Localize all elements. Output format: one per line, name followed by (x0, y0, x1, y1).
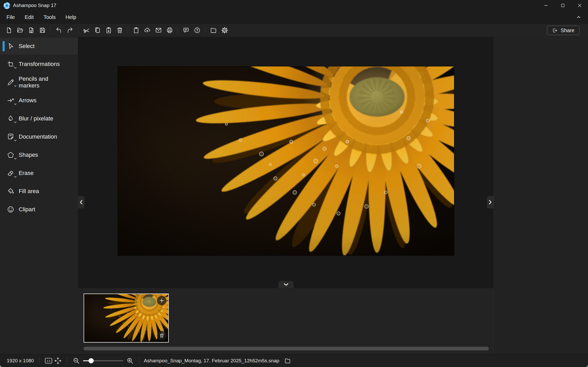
delete-icon[interactable] (114, 25, 125, 36)
save-icon[interactable] (37, 25, 48, 36)
help-icon[interactable] (192, 25, 202, 36)
open-icon[interactable] (15, 25, 25, 36)
sidebar-item-label: Shapes (19, 152, 38, 158)
sidebar-item-erase[interactable]: Erase (0, 164, 78, 182)
title-bar: Ashampoo Snap 17 (0, 0, 588, 11)
sidebar-item-fill-area[interactable]: Fill area (0, 182, 78, 200)
trash-icon (159, 333, 165, 338)
clipboard-icon[interactable] (131, 25, 141, 36)
share-icon (552, 28, 558, 33)
cursor-icon (5, 41, 16, 52)
sidebar-item-label: Arrows (19, 97, 36, 104)
copy-icon[interactable] (92, 25, 103, 36)
zoom-slider[interactable] (83, 356, 123, 365)
share-label: Share (561, 28, 575, 33)
cut-icon[interactable] (81, 25, 91, 36)
plus-icon (159, 297, 165, 304)
current-filename: Ashampoo_Snap_Montag, 17. Februar 2025_1… (144, 358, 279, 364)
sidebar-item-label: Blur / pixelate (19, 115, 53, 122)
chevron-down-icon (13, 66, 17, 70)
add-to-selection-button[interactable] (157, 296, 166, 305)
svg-text:1:1: 1:1 (47, 359, 51, 363)
right-panel (494, 37, 588, 354)
smiley-icon (5, 204, 16, 215)
statusbar-separator (39, 357, 39, 364)
menu-tools[interactable]: Tools (40, 13, 60, 22)
folder-icon[interactable] (208, 25, 219, 36)
zoom-out-icon[interactable] (72, 356, 81, 365)
new-capture-icon[interactable] (4, 25, 14, 36)
pentagon-icon (5, 149, 16, 160)
document-icon (5, 131, 16, 142)
sidebar-item-shapes[interactable]: Shapes (0, 146, 78, 164)
thumbnail-scrollbar[interactable] (84, 347, 489, 350)
actual-size-icon[interactable]: 1:1 (44, 356, 53, 365)
sidebar-item-arrows[interactable]: Arrows (0, 91, 78, 110)
canvas[interactable] (78, 37, 494, 288)
crop-icon (5, 59, 16, 70)
eraser-icon (5, 168, 16, 179)
sidebar-item-transformations[interactable]: Transformations (0, 55, 78, 73)
share-button[interactable]: Share (547, 26, 579, 35)
captured-image[interactable] (118, 66, 454, 255)
statusbar-separator (67, 357, 67, 364)
chevron-down-icon (13, 120, 17, 124)
sidebar-item-label: Fill area (19, 188, 39, 195)
image-dimensions: 1920 x 1080 (7, 358, 35, 364)
maximize-icon[interactable] (554, 0, 571, 11)
sidebar-item-label: Transformations (19, 61, 60, 67)
print-icon[interactable] (164, 25, 175, 36)
comment-icon[interactable] (181, 25, 191, 36)
pencil-icon (5, 77, 16, 88)
sidebar-item-label: Select (19, 43, 35, 50)
next-capture-button[interactable] (487, 196, 494, 208)
previous-capture-button[interactable] (78, 196, 85, 208)
menu-help[interactable]: Help (62, 13, 80, 22)
zoom-slider-thumb[interactable] (89, 358, 94, 363)
chevron-down-icon (13, 175, 17, 179)
open-image-icon[interactable] (26, 25, 36, 36)
statusbar-separator (139, 357, 139, 364)
email-icon[interactable] (153, 25, 164, 36)
capture-thumbnail[interactable] (84, 294, 169, 343)
toolbar-separator (128, 27, 128, 34)
active-indicator (3, 41, 5, 51)
close-icon[interactable] (571, 0, 588, 11)
undo-icon[interactable] (53, 25, 64, 36)
paste-icon[interactable] (103, 25, 114, 36)
collapse-thumbnails-button[interactable] (279, 281, 294, 288)
open-file-location-button[interactable] (283, 356, 292, 365)
thumbnail-strip (78, 288, 494, 354)
toolbar-separator (178, 27, 178, 34)
sidebar-item-label: Pencils and markers (19, 76, 61, 89)
redo-icon[interactable] (65, 25, 75, 36)
menu-edit[interactable]: Edit (21, 13, 37, 22)
fill-bucket-icon (5, 186, 16, 197)
tools-sidebar: Select Transformations Pencils and marke… (0, 37, 78, 354)
menu-file[interactable]: File (3, 13, 19, 22)
status-bar: 1920 x 1080 1:1 Ashampoo_Snap_Montag, 17… (0, 354, 588, 367)
sidebar-item-documentation[interactable]: Documentation (0, 128, 78, 146)
zoom-in-icon[interactable] (125, 356, 135, 365)
pan-icon[interactable] (53, 356, 63, 365)
minimize-icon[interactable] (537, 0, 554, 11)
sidebar-item-pencils-and-markers[interactable]: Pencils and markers (0, 73, 78, 91)
app-window: Ashampoo Snap 17 File Edit Tools Help (0, 0, 588, 367)
chevron-down-icon (13, 157, 17, 160)
chevron-down-icon (13, 84, 17, 88)
app-logo-icon (3, 2, 10, 9)
settings-icon[interactable] (219, 25, 230, 36)
sidebar-item-blur-pixelate[interactable]: Blur / pixelate (0, 110, 78, 128)
chevron-right-icon (488, 199, 492, 205)
main-area: Select Transformations Pencils and marke… (0, 37, 588, 354)
app-title: Ashampoo Snap 17 (13, 3, 56, 8)
toolbar-separator (205, 27, 205, 34)
toolbar-separator (50, 27, 51, 34)
chevron-down-icon (283, 282, 289, 287)
sidebar-item-select[interactable]: Select (0, 38, 78, 55)
editor-center (78, 37, 494, 354)
delete-thumbnail-button[interactable] (157, 331, 166, 340)
sidebar-item-clipart[interactable]: Clipart (0, 200, 78, 219)
cloud-upload-icon[interactable] (142, 25, 152, 36)
chevron-up-icon[interactable] (575, 13, 582, 21)
